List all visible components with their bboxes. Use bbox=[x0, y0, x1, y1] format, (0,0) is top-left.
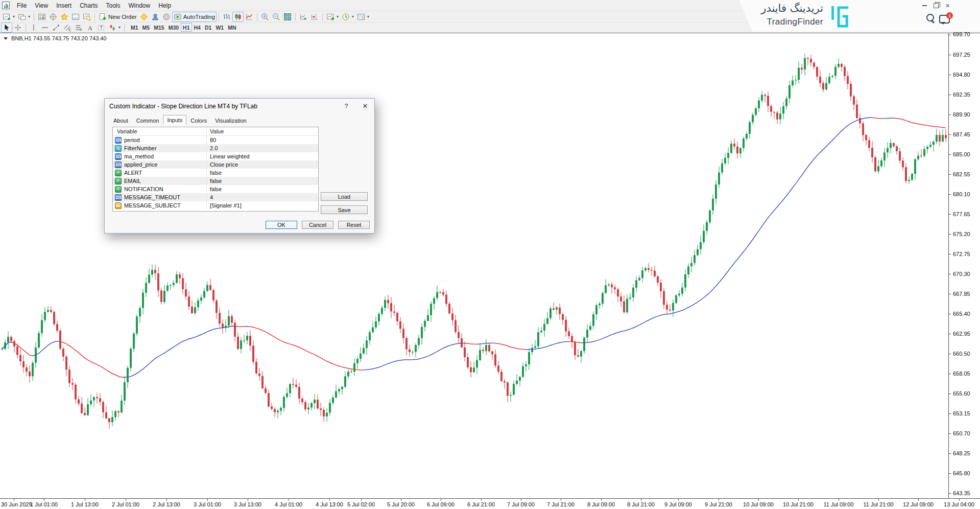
param-row-applied_price[interactable]: 123applied_priceClose price bbox=[113, 160, 318, 169]
new-order-button[interactable]: New Order bbox=[97, 12, 138, 22]
timeframe-h4[interactable]: H4 bbox=[192, 23, 203, 32]
chat-icon[interactable]: 1 bbox=[939, 15, 950, 24]
candlestick-chart-button[interactable] bbox=[232, 12, 244, 22]
tab-colors[interactable]: Colors bbox=[186, 116, 211, 125]
market-button[interactable] bbox=[150, 12, 161, 22]
param-value[interactable]: 80 bbox=[207, 137, 318, 143]
menu-view[interactable]: View bbox=[31, 1, 52, 10]
cursor-tool-button[interactable] bbox=[1, 22, 12, 33]
tab-inputs[interactable]: Inputs bbox=[163, 115, 186, 125]
timeframe-m5[interactable]: M5 bbox=[140, 23, 152, 32]
tile-icon bbox=[283, 13, 292, 21]
tab-visualization[interactable]: Visualization bbox=[211, 116, 251, 125]
timeframe-w1[interactable]: W1 bbox=[213, 23, 226, 32]
param-value[interactable]: false bbox=[207, 170, 318, 176]
horizontal-line-tool-button[interactable] bbox=[39, 22, 51, 33]
param-value[interactable]: [Signaler #1] bbox=[207, 202, 318, 209]
templates-button[interactable]: ▾ bbox=[355, 12, 371, 22]
timeframe-d1[interactable]: D1 bbox=[203, 23, 213, 32]
data-window-button[interactable] bbox=[47, 12, 59, 22]
load-button[interactable]: Load bbox=[321, 192, 368, 201]
param-row-message_timeout[interactable]: 123MESSAGE_TIMEOUT4 bbox=[113, 193, 318, 201]
cancel-button[interactable]: Cancel bbox=[302, 221, 333, 229]
param-value[interactable]: 2.0 bbox=[207, 145, 318, 151]
chevron-down-icon[interactable]: ▾ bbox=[13, 14, 15, 19]
tile-windows-button[interactable] bbox=[282, 12, 293, 22]
chevron-down-icon[interactable]: ▾ bbox=[28, 14, 30, 19]
indicators-button[interactable]: ▾ bbox=[325, 12, 340, 22]
menu-help[interactable]: Help bbox=[154, 1, 175, 10]
menu-window[interactable]: Window bbox=[125, 1, 155, 10]
param-row-period[interactable]: 123period80 bbox=[113, 136, 318, 144]
save-button[interactable]: Save bbox=[321, 205, 368, 214]
price-axis[interactable]: 699.70697.25694.80692.35689.90687.45685.… bbox=[948, 33, 980, 499]
param-value[interactable]: false bbox=[207, 178, 318, 184]
terminal-button[interactable] bbox=[70, 12, 81, 22]
menu-file[interactable]: File bbox=[13, 1, 31, 10]
crosshair-tool-button[interactable] bbox=[12, 22, 23, 33]
ok-button[interactable]: OK bbox=[266, 221, 297, 229]
param-row-filternumber[interactable]: ½FilterNumber2.0 bbox=[113, 144, 318, 152]
chevron-down-icon[interactable]: ▾ bbox=[352, 14, 354, 19]
trendline-tool-button[interactable] bbox=[51, 22, 62, 33]
menu-charts[interactable]: Charts bbox=[76, 1, 102, 10]
new-chart-button[interactable]: ▾ bbox=[1, 12, 16, 22]
param-row-alert[interactable]: ✓ALERTfalse bbox=[113, 169, 318, 177]
chart-shift-button[interactable] bbox=[309, 12, 320, 22]
autotrading-button[interactable]: AutoTrading bbox=[172, 12, 217, 22]
chevron-down-icon[interactable]: ▾ bbox=[367, 14, 369, 19]
timeframe-mn[interactable]: MN bbox=[226, 23, 238, 32]
autotrading-icon bbox=[174, 13, 182, 21]
autoscroll-icon bbox=[299, 13, 307, 21]
zoom-in-button[interactable] bbox=[259, 12, 271, 22]
tab-about[interactable]: About bbox=[109, 116, 132, 125]
metaeditor-button[interactable] bbox=[138, 12, 150, 22]
equidistant-channel-tool-button[interactable]: E bbox=[62, 22, 73, 33]
reset-button[interactable]: Reset bbox=[338, 221, 370, 229]
text-tool-button[interactable]: A bbox=[84, 22, 95, 33]
community-button[interactable] bbox=[161, 12, 172, 22]
line-chart-button[interactable] bbox=[244, 12, 255, 22]
timeframe-m30[interactable]: M30 bbox=[166, 23, 181, 32]
timeframe-m1[interactable]: M1 bbox=[129, 23, 140, 32]
timeframe-h1[interactable]: H1 bbox=[181, 23, 192, 32]
menu-tools[interactable]: Tools bbox=[102, 1, 125, 10]
arrows-tool-button[interactable]: ▾ bbox=[107, 22, 122, 33]
dialog-close-icon[interactable]: ✕ bbox=[357, 99, 373, 113]
restore-icon[interactable] bbox=[934, 3, 939, 8]
param-row-email[interactable]: ✓EMAILfalse bbox=[113, 177, 318, 185]
symbol-collapse-icon[interactable] bbox=[4, 37, 8, 40]
search-icon[interactable] bbox=[926, 14, 934, 21]
param-value[interactable]: false bbox=[207, 186, 318, 192]
time-axis[interactable]: 30 Jun 20251 Jul 01:001 Jul 13:002 Jul 0… bbox=[0, 498, 980, 509]
bar-chart-button[interactable] bbox=[221, 12, 232, 22]
toolbar-separator bbox=[34, 13, 34, 21]
navigator-button[interactable] bbox=[59, 12, 70, 22]
close-icon[interactable]: ✕ bbox=[945, 3, 950, 8]
market-watch-button[interactable] bbox=[36, 12, 47, 22]
param-row-notification[interactable]: ✓NOTIFICATIONfalse bbox=[113, 185, 318, 193]
zoom-out-button[interactable] bbox=[271, 12, 282, 22]
label-tool-button[interactable]: T bbox=[95, 22, 107, 33]
param-row-message_subject[interactable]: abMESSAGE_SUBJECT[Signaler #1] bbox=[113, 201, 318, 210]
chevron-down-icon[interactable]: ▾ bbox=[118, 25, 121, 30]
strategy-tester-button[interactable] bbox=[81, 12, 92, 22]
param-value[interactable]: 4 bbox=[207, 194, 318, 200]
shapes-icon bbox=[108, 24, 116, 32]
profiles-button[interactable]: ▾ bbox=[16, 12, 32, 22]
param-value[interactable]: Linear weighted bbox=[207, 153, 318, 159]
chevron-down-icon[interactable]: ▾ bbox=[337, 14, 339, 19]
dialog-help-button[interactable]: ? bbox=[339, 99, 354, 113]
dialog-title-bar[interactable]: Custom Indicator - Slope Direction Line … bbox=[105, 99, 374, 113]
minimize-icon[interactable] bbox=[922, 5, 927, 6]
auto-scroll-button[interactable] bbox=[298, 12, 309, 22]
param-row-ma_method[interactable]: 123ma_methodLinear weighted bbox=[113, 152, 318, 160]
time-label: 7 Jul 21:00 bbox=[547, 501, 575, 507]
param-value[interactable]: Close price bbox=[207, 161, 318, 168]
periods-button[interactable]: ▾ bbox=[340, 12, 355, 22]
menu-insert[interactable]: Insert bbox=[52, 1, 76, 10]
vertical-line-tool-button[interactable] bbox=[28, 22, 39, 33]
tab-common[interactable]: Common bbox=[132, 116, 163, 125]
fibonacci-tool-button[interactable]: F bbox=[73, 22, 84, 33]
timeframe-m15[interactable]: M15 bbox=[152, 23, 166, 32]
